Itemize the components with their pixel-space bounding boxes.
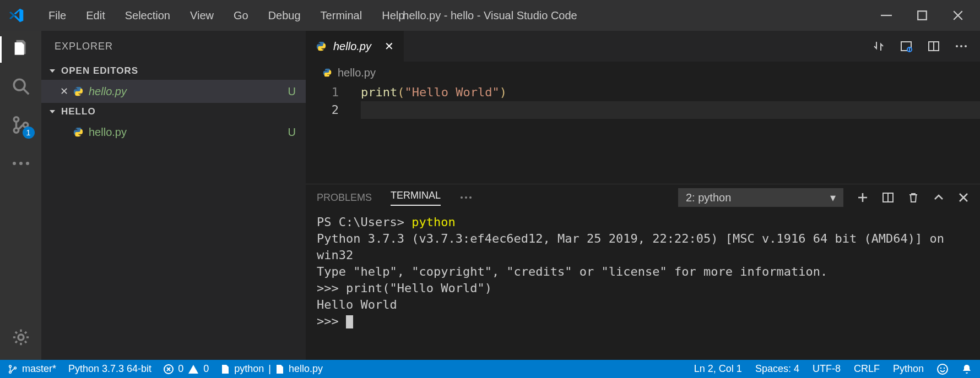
- chevron-down-icon: [49, 68, 57, 74]
- line-number: 2: [306, 101, 339, 119]
- panel-more-icon[interactable]: [459, 195, 473, 200]
- line-number-gutter: 1 2: [306, 84, 355, 184]
- activity-explorer-icon[interactable]: [9, 36, 33, 59]
- editor-group: hello.py ✕ hello.py 1 2 print("Hello Wo: [306, 31, 980, 360]
- line-number: 1: [306, 84, 339, 101]
- terminal-selector-value: 2: python: [686, 191, 731, 204]
- editor-tab-label: hello.py: [333, 40, 371, 53]
- status-eol[interactable]: CRLF: [854, 363, 880, 375]
- open-editors-label: OPEN EDITORS: [61, 65, 138, 76]
- terminal-text: Type "help", "copyright", "credits" or "…: [317, 265, 827, 278]
- editor-tab-bar: hello.py ✕: [306, 31, 980, 62]
- compare-changes-icon[interactable]: [872, 40, 885, 53]
- breadcrumb[interactable]: hello.py: [306, 62, 980, 84]
- folder-header[interactable]: HELLO: [41, 103, 306, 120]
- status-branch-label: master*: [22, 363, 56, 375]
- terminal-text: Python 3.7.3 (v3.7.3:ef4ec6ed12, Mar 25 …: [317, 232, 951, 262]
- chevron-down-icon: ▾: [830, 191, 836, 204]
- svg-point-17: [960, 45, 962, 47]
- menu-bar: File Edit Selection View Go Debug Termin…: [39, 9, 414, 22]
- terminal-text: >>> print("Hello World"): [317, 281, 492, 295]
- svg-point-30: [944, 367, 945, 368]
- status-python-env[interactable]: python | hello.py: [221, 363, 323, 375]
- activity-settings-icon[interactable]: [9, 326, 33, 349]
- panel-tab-problems[interactable]: PROBLEMS: [317, 192, 372, 204]
- close-tab-icon[interactable]: ✕: [385, 40, 394, 53]
- svg-point-18: [965, 45, 967, 47]
- svg-point-19: [461, 196, 463, 199]
- status-branch[interactable]: master*: [8, 363, 56, 375]
- bottom-panel: PROBLEMS TERMINAL 2: python ▾ PS C:\User…: [306, 184, 980, 360]
- more-actions-icon[interactable]: [955, 44, 968, 48]
- menu-go[interactable]: Go: [224, 9, 258, 22]
- open-changes-icon[interactable]: [900, 40, 913, 53]
- window-close-icon[interactable]: [952, 10, 963, 21]
- menu-edit[interactable]: Edit: [76, 9, 115, 22]
- status-indentation[interactable]: Spaces: 4: [755, 363, 799, 375]
- terminal-text: >>>: [317, 314, 346, 328]
- new-terminal-icon[interactable]: [857, 191, 869, 204]
- svg-point-9: [26, 162, 29, 165]
- open-editor-item[interactable]: ✕ hello.py U: [41, 80, 306, 103]
- code-editor[interactable]: 1 2 print("Hello World"): [306, 84, 980, 184]
- window-maximize-icon[interactable]: [917, 10, 928, 21]
- status-encoding[interactable]: UTF-8: [813, 363, 841, 375]
- activity-bar: 1: [0, 31, 41, 360]
- activity-more-icon[interactable]: [9, 152, 33, 175]
- editor-actions: [872, 31, 980, 62]
- menu-debug[interactable]: Debug: [258, 9, 311, 22]
- svg-point-20: [465, 196, 467, 199]
- terminal-text: python: [412, 215, 455, 229]
- editor-tab[interactable]: hello.py ✕: [306, 31, 404, 62]
- window-minimize-icon[interactable]: [881, 10, 892, 21]
- terminal-output[interactable]: PS C:\Users> python Python 3.7.3 (v3.7.3…: [306, 211, 980, 360]
- status-feedback-icon[interactable]: [937, 364, 948, 375]
- status-problems[interactable]: 0 0: [164, 363, 209, 375]
- terminal-text: PS C:\Users>: [317, 215, 412, 229]
- menu-view[interactable]: View: [180, 9, 224, 22]
- svg-point-4: [14, 117, 19, 122]
- warning-icon: [188, 364, 199, 374]
- code-line: print("Hello World"): [361, 84, 980, 101]
- sidebar-title: EXPLORER: [41, 31, 306, 62]
- svg-rect-0: [881, 15, 892, 16]
- maximize-panel-icon[interactable]: [933, 191, 945, 204]
- split-editor-icon[interactable]: [927, 40, 940, 53]
- chevron-down-icon: [49, 108, 57, 115]
- panel-tab-terminal[interactable]: TERMINAL: [391, 190, 441, 206]
- git-status-badge: U: [288, 85, 296, 98]
- menu-terminal[interactable]: Terminal: [311, 9, 372, 22]
- close-editor-icon[interactable]: ✕: [57, 85, 71, 97]
- status-bar: master* Python 3.7.3 64-bit 0 0 python |…: [0, 360, 980, 378]
- svg-point-29: [940, 367, 941, 368]
- menu-selection[interactable]: Selection: [115, 9, 180, 22]
- activity-scm-icon[interactable]: 1: [9, 113, 33, 136]
- status-cursor-position[interactable]: Ln 2, Col 1: [694, 363, 742, 375]
- explorer-sidebar: EXPLORER OPEN EDITORS ✕ hello.py U HELLO…: [41, 31, 306, 360]
- split-terminal-icon[interactable]: [882, 191, 894, 204]
- code-line: [361, 101, 980, 119]
- status-notifications-icon[interactable]: [961, 364, 972, 375]
- vscode-logo-icon: [6, 8, 28, 23]
- file-icon: [221, 364, 230, 374]
- status-language[interactable]: Python: [893, 363, 924, 375]
- menu-file[interactable]: File: [39, 9, 76, 22]
- open-editors-header[interactable]: OPEN EDITORS: [41, 62, 306, 80]
- python-file-icon: [322, 68, 332, 78]
- window-title: hello.py - hello - Visual Studio Code: [403, 9, 577, 22]
- folder-filename: hello.py: [89, 126, 127, 139]
- svg-point-10: [18, 335, 24, 340]
- status-error-count: 0: [178, 363, 183, 375]
- python-file-icon: [71, 86, 85, 97]
- svg-point-2: [14, 79, 25, 90]
- folder-file-item[interactable]: hello.py U: [41, 120, 306, 144]
- status-interpreter[interactable]: Python 3.7.3 64-bit: [68, 363, 151, 375]
- file-icon: [275, 364, 284, 374]
- activity-search-icon[interactable]: [9, 75, 33, 98]
- status-warning-count: 0: [203, 363, 209, 375]
- title-bar: File Edit Selection View Go Debug Termin…: [0, 0, 980, 31]
- kill-terminal-icon[interactable]: [907, 191, 919, 204]
- svg-point-21: [469, 196, 472, 199]
- terminal-selector[interactable]: 2: python ▾: [678, 188, 843, 207]
- close-panel-icon[interactable]: [958, 192, 969, 203]
